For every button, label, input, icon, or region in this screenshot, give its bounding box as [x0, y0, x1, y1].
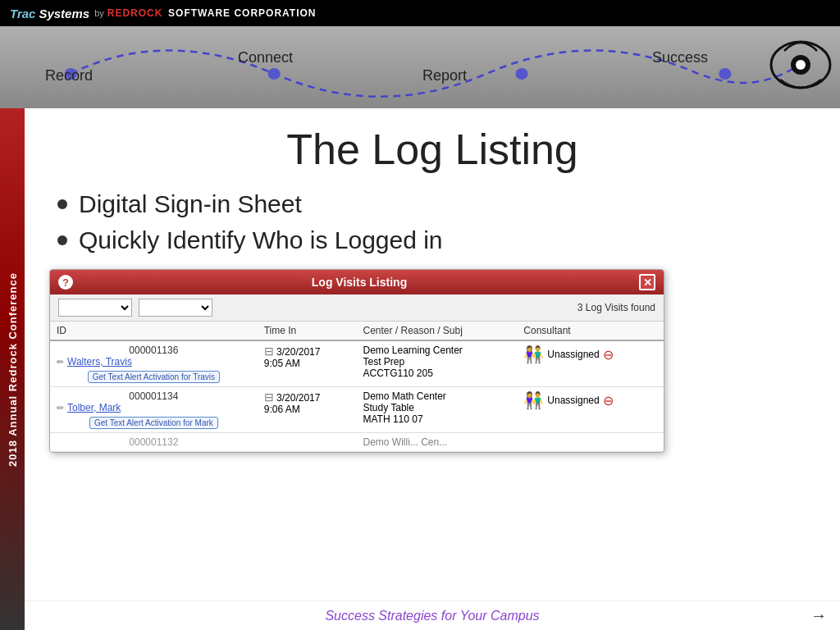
bullet-text-1: Digital Sign-in Sheet — [79, 190, 302, 218]
svg-point-2 — [515, 68, 527, 80]
dialog-toolbar: 3 Log Visits found — [50, 294, 664, 322]
row2-timein: ⊟ 3/20/20179:06 AM — [258, 387, 357, 433]
row2-consultant-name: Unassigned — [547, 395, 599, 406]
footer: Success Strategies for Your Campus → — [25, 600, 840, 630]
filter-select-1[interactable] — [58, 299, 132, 317]
row1-consultant-name: Unassigned — [547, 349, 599, 360]
header-redrock: REDROCK — [107, 7, 163, 19]
alert-btn-2[interactable]: Get Text Alert Activation for Mark — [89, 417, 218, 429]
row2-id-cell: 000001134 ✏ Tolber, Mark Get Text Alert … — [50, 387, 258, 433]
col-id: ID — [50, 322, 258, 340]
header-by: by — [94, 8, 104, 18]
row2-reason: Study Table — [363, 402, 510, 413]
alert-btn-1[interactable]: Get Text Alert Activation for Travis — [88, 371, 220, 383]
help-icon[interactable]: ? — [58, 275, 73, 290]
bullet-dot-2 — [57, 235, 67, 245]
row2-consultant: 👫 Unassigned ⊖ — [517, 387, 664, 433]
row2-center: Demo Math Center Study Table MATH 110 07 — [356, 387, 517, 433]
next-arrow-button[interactable]: → — [810, 606, 827, 625]
col-consultant: Consultant — [517, 322, 664, 340]
sidebar-label: 2018 Annual Redrock Conference — [7, 272, 19, 467]
row2-subj: MATH 110 07 — [363, 413, 510, 425]
edit-icon-1[interactable]: ✏ — [57, 357, 64, 368]
people-icon-2: 👫 — [523, 390, 544, 410]
svg-point-6 — [796, 60, 806, 70]
nav-connect[interactable]: Connect — [238, 49, 293, 66]
row1-consultant: 👫 Unassigned ⊖ — [517, 340, 664, 387]
row1-reason: Test Prep — [363, 356, 510, 368]
row2-name-link[interactable]: Tolber, Mark — [67, 402, 121, 413]
row2-id: 000001134 — [57, 390, 251, 402]
row1-timein: ⊟ 3/20/20179:05 AM — [258, 340, 357, 387]
row3-center-partial: Demo Willi... Cen... — [356, 433, 517, 452]
table-row: 000001134 ✏ Tolber, Mark Get Text Alert … — [50, 387, 664, 433]
logout-icon-2[interactable]: ⊟ — [264, 390, 274, 404]
nav-success[interactable]: Success — [652, 49, 708, 66]
found-count: 3 Log Visits found — [578, 302, 655, 313]
dialog-title: Log Visits Listing — [80, 276, 639, 289]
log-visits-dialog: ? Log Visits Listing ✕ 3 Log Visits foun… — [49, 269, 664, 453]
visits-table: ID Time In Center / Reason / Subj Consul… — [50, 322, 664, 452]
page-title: The Log Listing — [49, 125, 815, 174]
filter-select-2[interactable] — [139, 299, 212, 317]
row2-center-name: Demo Math Center — [363, 390, 510, 402]
brand-logo — [768, 30, 833, 100]
row3-consultant-partial — [517, 433, 664, 452]
header-trac: Trac — [10, 7, 35, 21]
row1-id-cell: 000001136 ✏ Walters, Travis Get Text Ale… — [50, 340, 258, 387]
row1-id: 000001136 — [57, 345, 251, 356]
dialog-titlebar: ? Log Visits Listing ✕ — [50, 270, 664, 294]
close-button[interactable]: ✕ — [639, 274, 655, 290]
nav-report[interactable]: Report — [422, 67, 467, 84]
remove-btn-2[interactable]: ⊖ — [603, 393, 614, 409]
bullet-list: Digital Sign-in Sheet Quickly Identify W… — [49, 190, 815, 254]
nav-record[interactable]: Record — [45, 67, 93, 84]
header-systems: Systems — [39, 7, 89, 21]
table-header-row: ID Time In Center / Reason / Subj Consul… — [50, 322, 664, 340]
row1-name-link[interactable]: Walters, Travis — [67, 356, 132, 368]
row3-id-partial: 000001132 — [50, 433, 258, 452]
row1-subj: ACCTG110 205 — [363, 368, 510, 379]
header-software: SOFTWARE CORPORATION — [168, 7, 316, 19]
sidebar: 2018 Annual Redrock Conference — [0, 108, 25, 630]
col-timein: Time In — [258, 322, 357, 340]
row1-center-name: Demo Learning Center — [363, 345, 510, 356]
header-bar: Trac Systems by REDROCK SOFTWARE CORPORA… — [0, 0, 840, 26]
row1-center: Demo Learning Center Test Prep ACCTG110 … — [356, 340, 517, 387]
edit-icon-2[interactable]: ✏ — [57, 403, 64, 413]
logout-icon-1[interactable]: ⊟ — [264, 345, 274, 358]
navbar: Record Connect Report Success — [0, 26, 840, 108]
bullet-dot-1 — [57, 199, 67, 209]
table-row: 000001136 ✏ Walters, Travis Get Text Ale… — [50, 340, 664, 387]
table-row-partial: 000001132 Demo Willi... Cen... — [50, 433, 664, 452]
main-content: The Log Listing Digital Sign-in Sheet Qu… — [25, 108, 840, 630]
bullet-item-1: Digital Sign-in Sheet — [57, 190, 815, 218]
remove-btn-1[interactable]: ⊖ — [603, 347, 614, 363]
svg-point-3 — [719, 68, 731, 80]
bullet-item-2: Quickly Identify Who is Logged in — [57, 226, 815, 254]
people-icon-1: 👫 — [523, 345, 544, 364]
col-center: Center / Reason / Subj — [356, 322, 517, 340]
row3-timein-partial — [258, 433, 357, 452]
svg-point-1 — [268, 68, 281, 80]
bullet-text-2: Quickly Identify Who is Logged in — [79, 226, 443, 254]
footer-text: Success Strategies for Your Campus — [325, 609, 539, 623]
